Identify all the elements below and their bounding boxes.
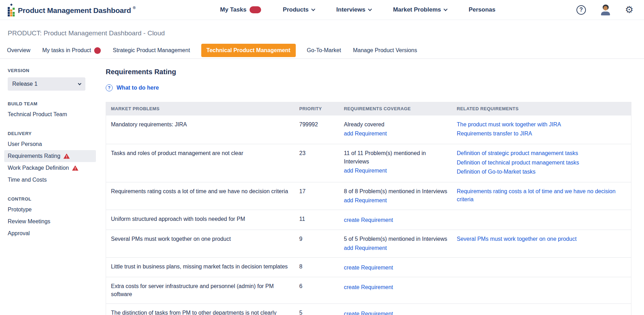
what-to-do-here-link[interactable]: What to do here <box>117 85 159 91</box>
tab-my-tasks-in-product[interactable]: My tasks in Product <box>42 47 102 54</box>
logo-bar-chart-icon <box>8 3 16 16</box>
table-row: Uniform structured approach with tools n… <box>106 210 631 230</box>
warning-icon <box>63 154 70 159</box>
table-row: Extra costs for server infrastructure an… <box>106 277 631 304</box>
priority-cell: 23 <box>295 144 340 182</box>
coverage-text: 8 of 8 Problem(s) mentioned in Interview… <box>344 187 449 195</box>
related-requirement-link[interactable]: Several PMs must work together on one pr… <box>457 235 627 243</box>
nav-item-label: Market Problems <box>393 6 441 13</box>
coverage-text: Already covered <box>344 120 449 128</box>
add-requirement-link[interactable]: add Requirement <box>344 244 387 252</box>
table-header-row: MARKET PROBLEMS PRIORITY REQUIREMENTS CO… <box>106 102 631 115</box>
my-tasks-badge <box>250 6 261 13</box>
chevron-down-icon <box>368 7 372 11</box>
priority-cell: 11 <box>295 210 340 230</box>
related-requirements-cell: Definition of strategic product manageme… <box>453 144 631 182</box>
nav-item-label: Interviews <box>336 6 365 13</box>
sidebar-item-work-package-definition[interactable]: Work Package Definition <box>4 162 96 174</box>
nav-item-market-problems[interactable]: Market Problems <box>393 6 447 13</box>
table-row: The distinction of tasks from PM to othe… <box>106 304 631 315</box>
sidebar: VERSION Release 1 BUILD TEAM Technical P… <box>0 66 105 315</box>
question-circle-icon <box>106 84 113 91</box>
related-requirements-cell <box>453 210 631 230</box>
market-problem-cell: The distinction of tasks from PM to othe… <box>106 304 295 315</box>
related-requirement-link[interactable]: Definition of Go-to-Market tasks <box>457 168 627 176</box>
what-to-do-here-row: What to do here <box>106 84 631 91</box>
tab-manage-product-versions[interactable]: Manage Product Versions <box>352 47 418 54</box>
coverage-cell: create Requirement <box>340 277 453 304</box>
sidebar-item-user-persona[interactable]: User Persona <box>4 138 96 150</box>
related-requirements-cell: Several PMs must work together on one pr… <box>453 230 631 257</box>
help-icon[interactable] <box>576 5 586 15</box>
page-content: VERSION Release 1 BUILD TEAM Technical P… <box>0 59 644 315</box>
add-requirement-link[interactable]: add Requirement <box>344 167 387 175</box>
market-problem-cell: Requirements rating costs a lot of time … <box>106 182 295 210</box>
chevron-down-icon <box>311 7 315 11</box>
create-requirement-link[interactable]: create Requirement <box>344 310 393 315</box>
market-problem-cell: Little trust in business plans, missing … <box>106 257 295 277</box>
sidebar-item-requirements-rating[interactable]: Requirements Rating <box>4 150 96 162</box>
add-requirement-link[interactable]: add Requirement <box>344 130 387 138</box>
version-selected-value: Release 1 <box>12 81 37 87</box>
nav-item-interviews[interactable]: Interviews <box>336 6 371 13</box>
related-requirements-cell <box>453 277 631 304</box>
main-panel: Requirements Rating What to do here MARK… <box>105 66 644 315</box>
market-problem-cell: Uniform structured approach with tools n… <box>106 210 295 230</box>
chevron-down-icon <box>443 7 447 11</box>
market-problem-cell: Extra costs for server infrastructure an… <box>106 277 295 304</box>
related-requirement-link[interactable]: Definition of strategic product manageme… <box>457 149 627 157</box>
nav-item-my-tasks[interactable]: My Tasks <box>220 6 261 13</box>
table-row: Several PMs must work together on one pr… <box>106 230 631 257</box>
tab-go-to-market[interactable]: Go-To-Market <box>306 47 342 54</box>
coverage-text: 5 of 5 Problem(s) mentioned in Interview… <box>344 235 449 243</box>
related-requirement-link[interactable]: Definition of technical product manageme… <box>457 159 627 167</box>
registered-trademark: ® <box>133 6 135 10</box>
sidebar-item-approval[interactable]: Approval <box>4 227 96 239</box>
coverage-cell: 5 of 5 Problem(s) mentioned in Interview… <box>340 230 453 257</box>
coverage-text: 11 of 11 Problem(s) mentioned in Intervi… <box>344 149 449 165</box>
settings-gear-icon[interactable]: ⚙ <box>625 5 634 15</box>
product-tabs: Overview My tasks in Product Strategic P… <box>0 42 644 59</box>
col-header-requirements-coverage: REQUIREMENTS COVERAGE <box>340 102 453 115</box>
col-header-market-problems: MARKET PROBLEMS <box>106 102 295 115</box>
nav-item-label: Personas <box>469 6 496 13</box>
section-title-build-team: BUILD TEAM <box>8 101 97 106</box>
market-problem-cell: Several PMs must work together on one pr… <box>106 230 295 257</box>
col-header-related-requirements: RELATED REQUIREMENTS <box>453 102 631 115</box>
related-requirement-link[interactable]: Requirements rating costs a lot of time … <box>457 187 627 203</box>
version-select[interactable]: Release 1 <box>8 77 85 91</box>
priority-cell: 17 <box>295 182 340 210</box>
priority-cell: 5 <box>295 304 340 315</box>
sidebar-item-technical-product-team[interactable]: Technical Product Team <box>4 108 96 120</box>
create-requirement-link[interactable]: create Requirement <box>344 216 393 224</box>
coverage-cell: 8 of 8 Problem(s) mentioned in Interview… <box>340 182 453 210</box>
sidebar-item-prototype[interactable]: Prototype <box>4 204 96 216</box>
nav-item-products[interactable]: Products <box>283 6 315 13</box>
priority-cell: 6 <box>295 277 340 304</box>
sidebar-item-review-meetings[interactable]: Review Meetings <box>4 216 96 227</box>
nav-item-personas[interactable]: Personas <box>469 6 496 13</box>
sidebar-item-time-and-costs[interactable]: Time and Costs <box>4 174 96 186</box>
user-avatar[interactable] <box>601 5 610 15</box>
tab-strategic-product-management[interactable]: Strategic Product Management <box>112 47 191 54</box>
add-requirement-link[interactable]: add Requirement <box>344 196 387 204</box>
coverage-cell: 11 of 11 Problem(s) mentioned in Intervi… <box>340 144 453 182</box>
create-requirement-link[interactable]: create Requirement <box>344 264 393 272</box>
col-header-priority: PRIORITY <box>295 102 340 115</box>
logo-title: Product Management Dashboard <box>18 6 131 15</box>
tab-technical-product-management[interactable]: Technical Product Management <box>201 44 296 57</box>
requirements-table-wrap: MARKET PROBLEMS PRIORITY REQUIREMENTS CO… <box>106 102 631 315</box>
related-requirements-cell: Requirements rating costs a lot of time … <box>453 182 631 210</box>
tab-overview[interactable]: Overview <box>6 47 31 54</box>
market-problem-cell: Mandatory requirements: JIRA <box>106 115 295 144</box>
section-title-control: CONTROL <box>8 196 97 202</box>
related-requirement-link[interactable]: Requirements transfer to JIRA <box>457 130 627 138</box>
create-requirement-link[interactable]: create Requirement <box>344 283 393 291</box>
coverage-cell: Already covered add Requirement <box>340 115 453 144</box>
product-header: PRODUCT: Product Management Dashboard - … <box>0 20 644 42</box>
related-requirement-link[interactable]: The product must work together with JIRA <box>457 120 627 128</box>
coverage-cell: create Requirement <box>340 304 453 315</box>
table-row: Mandatory requirements: JIRA 799992 Alre… <box>106 115 631 144</box>
related-requirements-cell <box>453 257 631 277</box>
app-logo[interactable]: Product Management Dashboard ® <box>8 3 136 16</box>
